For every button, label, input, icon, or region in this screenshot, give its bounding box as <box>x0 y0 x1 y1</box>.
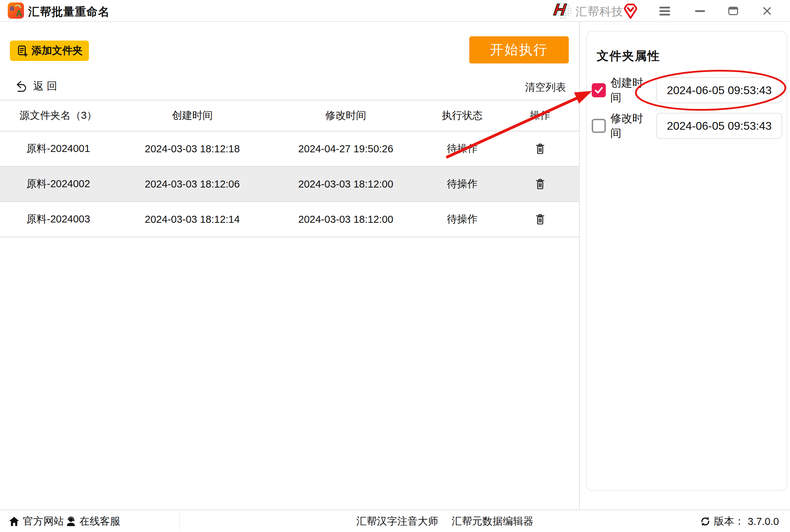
clear-list-button[interactable]: 清空列表 <box>525 80 566 94</box>
product-link-metadata[interactable]: 汇帮元数据编辑器 <box>452 510 533 532</box>
footer-divider <box>179 512 180 531</box>
cell-created: 2024-03-03 18:12:18 <box>116 143 268 155</box>
trash-icon <box>535 213 545 225</box>
cell-modified: 2024-03-03 18:12:00 <box>268 214 423 225</box>
modified-time-row: 修改时间 2024-06-05 09:53:43 <box>592 112 782 139</box>
header-created-time: 创建时间 <box>116 109 268 123</box>
brand-name: 汇帮科技 <box>575 4 623 20</box>
app-logo-icon: a A <box>8 2 24 19</box>
properties-panel: 文件夹属性 创建时间 2024-06-05 09:53:43 修改时间 2024… <box>580 22 790 509</box>
cell-modified: 2024-03-03 18:12:00 <box>268 178 423 190</box>
cell-folder-name: 原料-2024002 <box>0 177 116 191</box>
home-icon <box>8 516 20 527</box>
update-refresh-icon[interactable] <box>700 516 711 527</box>
check-icon <box>593 85 604 96</box>
modified-time-label: 修改时间 <box>610 111 653 141</box>
start-execute-button[interactable]: 开始执行 <box>469 36 569 63</box>
back-arrow-icon <box>16 80 28 92</box>
created-time-checkbox[interactable] <box>592 83 606 97</box>
cell-created: 2024-03-03 18:12:14 <box>116 214 268 225</box>
minimize-button[interactable] <box>692 5 708 17</box>
table-row: 原料-2024001 2024-03-03 18:12:18 2024-04-2… <box>0 132 579 167</box>
main-area: 添加文件夹 开始执行 返 回 清空列表 源文件夹名（3） 创建时间 修改时间 执… <box>0 22 580 509</box>
add-folder-label: 添加文件夹 <box>32 44 83 58</box>
header-modified-time: 修改时间 <box>268 109 423 123</box>
folder-properties-card: 文件夹属性 创建时间 2024-06-05 09:53:43 修改时间 2024… <box>586 31 787 491</box>
modified-time-input[interactable]: 2024-06-05 09:53:43 <box>656 113 782 139</box>
close-icon <box>762 6 772 16</box>
maximize-button[interactable] <box>725 5 741 17</box>
created-time-input[interactable]: 2024-06-05 09:53:43 <box>656 77 782 103</box>
created-time-label: 创建时间 <box>610 75 653 105</box>
app-window: a A 汇帮批量重命名 H 汇帮科技 <box>0 0 790 532</box>
back-button[interactable]: 返 回 <box>16 79 57 93</box>
footer: 官方网站 在线客服 汇帮汉字注音大师 汇帮元数据编辑器 版本： <box>0 509 790 532</box>
cell-folder-name: 原料-2024003 <box>0 212 116 226</box>
version-label: 版本： <box>714 514 744 528</box>
table-row: 原料-2024003 2024-03-03 18:12:14 2024-03-0… <box>0 202 579 237</box>
cell-status: 待操作 <box>423 177 501 191</box>
add-document-icon <box>16 45 28 57</box>
shield-badge-icon <box>623 3 638 19</box>
panel-title: 文件夹属性 <box>597 48 660 64</box>
product-link-pinyin[interactable]: 汇帮汉字注音大师 <box>356 510 438 532</box>
official-site-link[interactable]: 官方网站 <box>8 510 64 532</box>
online-support-link[interactable]: 在线客服 <box>66 510 120 532</box>
modified-time-checkbox[interactable] <box>592 119 606 133</box>
cell-folder-name: 原料-2024001 <box>0 142 116 156</box>
delete-row-button[interactable] <box>535 178 545 190</box>
cell-created: 2024-03-03 18:12:06 <box>116 178 268 190</box>
folder-table: 源文件夹名（3） 创建时间 修改时间 执行状态 操作 原料-2024001 20… <box>0 100 579 237</box>
trash-icon <box>535 178 545 190</box>
titlebar: a A 汇帮批量重命名 H 汇帮科技 <box>0 0 790 22</box>
close-button[interactable] <box>759 5 775 17</box>
support-agent-icon <box>66 516 76 527</box>
start-label: 开始执行 <box>490 41 548 59</box>
cell-modified: 2024-04-27 19:50:26 <box>268 143 423 155</box>
add-folder-button[interactable]: 添加文件夹 <box>10 41 89 61</box>
table-row: 原料-2024002 2024-03-03 18:12:06 2024-03-0… <box>0 167 579 202</box>
menu-button[interactable] <box>657 5 673 17</box>
header-exec-status: 执行状态 <box>423 109 501 123</box>
cell-status: 待操作 <box>423 142 501 156</box>
header-source-folder: 源文件夹名（3） <box>0 109 116 123</box>
cell-status: 待操作 <box>423 212 501 226</box>
table-header-row: 源文件夹名（3） 创建时间 修改时间 执行状态 操作 <box>0 100 579 132</box>
header-actions: 操作 <box>501 109 579 123</box>
created-time-row: 创建时间 2024-06-05 09:53:43 <box>592 77 782 104</box>
back-label: 返 回 <box>33 79 57 93</box>
delete-row-button[interactable] <box>535 213 545 225</box>
window-title: 汇帮批量重命名 <box>28 4 110 20</box>
delete-row-button[interactable] <box>535 143 545 155</box>
version-info: 版本： 3.7.0.0 <box>700 510 779 532</box>
brand-logo-icon: H <box>553 1 572 20</box>
trash-icon <box>535 143 545 155</box>
version-value: 3.7.0.0 <box>748 516 779 527</box>
